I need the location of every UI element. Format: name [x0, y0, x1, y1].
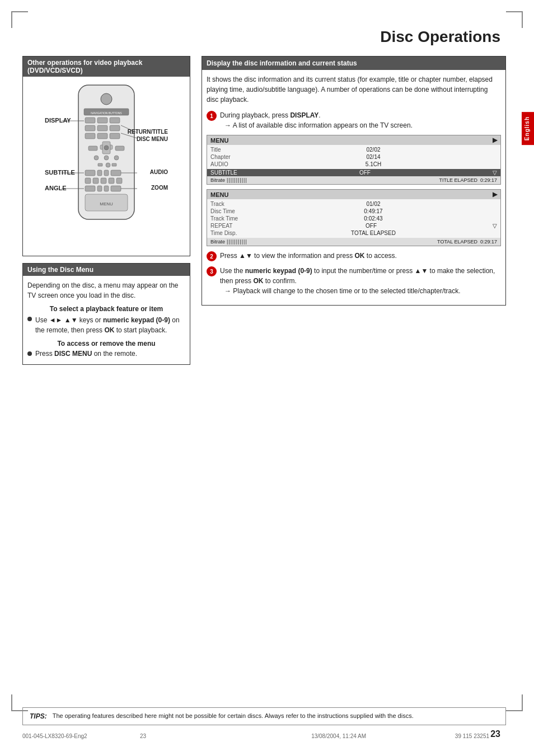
svg-rect-16	[88, 146, 97, 151]
page-number: 23	[490, 729, 500, 739]
step-1-content: During playback, press DISPLAY. → A list…	[220, 110, 501, 130]
svg-point-19	[104, 156, 109, 160]
menu-icon-2: ▶	[493, 191, 497, 198]
svg-text:NAVIGATION BUTTONS: NAVIGATION BUTTONS	[91, 111, 122, 115]
menu-row-track-time: Track Time 0:02:43	[210, 215, 497, 222]
remote-svg: NAVIGATION BUTTONS	[45, 82, 168, 250]
subtitle-arrow: ▽	[493, 170, 497, 176]
svg-rect-27	[111, 170, 121, 176]
title-label: Title	[210, 147, 250, 153]
svg-rect-30	[101, 178, 106, 184]
menu-row-time-disp: Time Disp. TOTAL ELAPSED	[210, 229, 497, 237]
access-remove-title: To access or remove the menu	[27, 340, 185, 348]
svg-rect-11	[97, 133, 107, 139]
footer-center: 23	[140, 733, 146, 739]
menu-rows-2: Track 01/02 Disc Time 0:49:17 Track Time	[207, 199, 500, 238]
menu-label-1: MENU	[210, 137, 228, 144]
svg-rect-17	[115, 146, 124, 151]
menu-row-disc-time: Disc Time 0:49:17	[210, 208, 497, 215]
svg-rect-33	[85, 186, 95, 191]
footer-nums: 39 115 23251	[455, 733, 489, 739]
svg-text:MENU: MENU	[100, 201, 113, 206]
bitrate-label-1: Bitrate	[210, 177, 225, 183]
chapter-label: Chapter	[210, 154, 250, 160]
svg-rect-28	[85, 178, 91, 184]
menu-row-track: Track 01/02	[210, 200, 497, 208]
svg-rect-24	[85, 170, 95, 176]
bitrate-section-1: Bitrate |||||||||||	[210, 177, 247, 183]
svg-rect-35	[104, 186, 109, 191]
left-column: Other operations for video playback (DVD…	[22, 56, 190, 365]
svg-point-22	[106, 163, 110, 167]
track-label: Track	[210, 201, 250, 207]
corner-mark-tr	[506, 11, 523, 28]
svg-rect-21	[98, 163, 102, 166]
step-2-content: Press ▲▼ to view the information and pre…	[220, 251, 501, 261]
svg-rect-34	[97, 186, 102, 191]
menu-row-repeat: REPEAT OFF ▽	[210, 222, 497, 229]
svg-rect-6	[110, 118, 120, 123]
footer-right-date: 13/08/2004, 11:24 AM	[311, 733, 366, 739]
audio-label: AUDIO	[150, 169, 168, 175]
elapsed-2: TOTAL ELAPSED 0:29:17	[437, 239, 497, 245]
audio-row-value: 5.1CH	[366, 161, 381, 167]
corner-mark-tl	[11, 11, 28, 28]
step-2-num: 2	[207, 251, 217, 261]
time-disp-value: TOTAL ELAPSED	[351, 230, 396, 236]
other-operations-box: Other operations for video playback (DVD…	[22, 56, 190, 256]
svg-rect-29	[93, 178, 99, 184]
subtitle-label: SUBTITLE	[45, 169, 75, 176]
bitrate-section-2: Bitrate |||||||||||	[210, 239, 247, 245]
chapter-value: 02/14	[366, 154, 380, 160]
svg-point-15	[104, 145, 109, 150]
remote-diagram: NAVIGATION BUTTONS	[45, 82, 168, 250]
display-info-intro: It shows the disc information and its cu…	[207, 74, 501, 105]
repeat-value: OFF	[366, 223, 377, 229]
svg-point-18	[94, 156, 99, 160]
svg-rect-9	[110, 125, 120, 131]
svg-rect-4	[85, 118, 95, 123]
tips-label: TIPS:	[30, 712, 47, 720]
menu-icon-1: ▶	[493, 137, 497, 144]
two-column-layout: Other operations for video playback (DVD…	[22, 56, 506, 365]
bitrate-bars-2: |||||||||||	[227, 239, 247, 245]
menu-row-chapter: Chapter 02/14	[210, 153, 497, 161]
svg-rect-23	[112, 163, 116, 166]
footer-left: 001-045-LX8320-69-Eng2	[22, 733, 87, 739]
disc-menu-label: DISC MENU	[137, 136, 168, 142]
svg-rect-7	[85, 125, 95, 131]
bullet-icon	[27, 317, 32, 321]
svg-point-1	[101, 93, 112, 105]
step-3-sub: → Playback will change to the chosen tim…	[224, 287, 461, 295]
menu-display-2-header: MENU ▶	[207, 190, 500, 199]
step-2: 2 Press ▲▼ to view the information and p…	[207, 251, 501, 261]
select-feature-title: To select a playback feature or item	[27, 305, 185, 313]
page-title: Disc Operations	[380, 28, 500, 46]
track-value: 01/02	[366, 201, 380, 207]
display-info-header: Display the disc information and current…	[202, 57, 505, 70]
disc-menu-header: Using the Disc Menu	[23, 264, 190, 276]
subtitle-row-label: SUBTITLE	[210, 170, 237, 176]
svg-rect-10	[85, 133, 95, 139]
subtitle-row: SUBTITLE OFF ▽	[207, 169, 500, 176]
step-1: 1 During playback, press DISPLAY. → A li…	[207, 110, 501, 130]
access-remove-bullet: Press DISC MENU on the remote.	[27, 350, 185, 358]
svg-rect-5	[97, 118, 107, 123]
menu-footer-2: Bitrate ||||||||||| TOTAL ELAPSED 0:29:1…	[207, 238, 500, 246]
display-info-content: It shows the disc information and its cu…	[202, 74, 505, 305]
select-feature-bullet: Use ◄► ▲▼ keys or numeric keypad (0-9) o…	[27, 315, 185, 335]
disc-menu-box: Using the Disc Menu Depending on the dis…	[22, 263, 190, 365]
language-tab: English	[522, 112, 534, 145]
menu-display-1: MENU ▶ Title 02/02 Chapter 02/14	[207, 135, 501, 185]
menu-rows-1: Title 02/02 Chapter 02/14 AUDIO	[207, 145, 500, 169]
angle-label: ANGLE	[45, 185, 67, 191]
corner-mark-br	[506, 694, 523, 711]
subtitle-row-value: OFF	[359, 170, 371, 176]
zoom-label: ZOOM	[151, 185, 168, 191]
svg-rect-32	[116, 178, 122, 184]
audio-row-label: AUDIO	[210, 161, 250, 167]
disc-menu-content: Depending on the disc, a menu may appear…	[23, 276, 190, 364]
bullet-icon-2	[27, 351, 32, 356]
bitrate-label-2: Bitrate	[210, 239, 225, 245]
disc-time-label: Disc Time	[210, 208, 250, 214]
